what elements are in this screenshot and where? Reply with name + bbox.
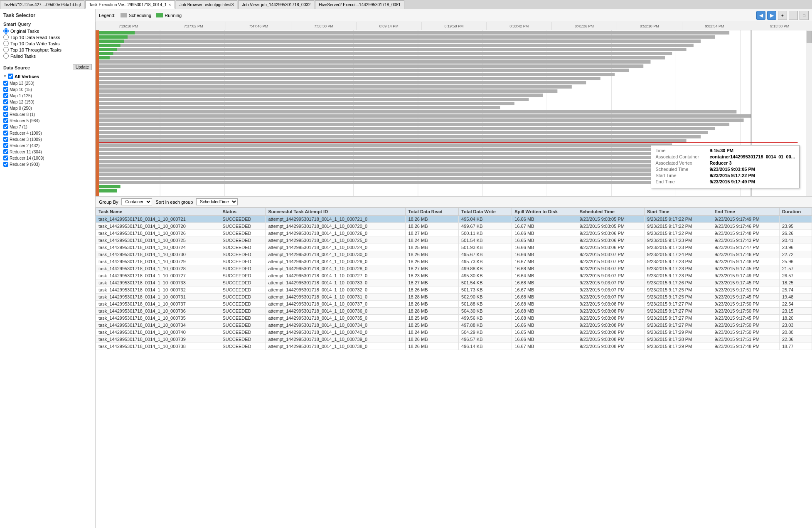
table-row[interactable]: task_1442995301718_0014_1_10_000735SUCCE… — [96, 315, 812, 322]
all-vertices-checkbox[interactable] — [8, 74, 13, 79]
col-duration[interactable]: Duration — [779, 208, 812, 216]
col-status[interactable]: Status — [220, 208, 266, 216]
radio-failed[interactable]: Failed Tasks — [3, 53, 92, 59]
scroll-left-button[interactable]: ◀ — [756, 11, 765, 20]
table-row[interactable]: task_1442995301718_0014_1_10_000732SUCCE… — [96, 286, 812, 294]
vertex-item-1: Map 10 (15) — [3, 86, 92, 92]
table-cell-4: 495.04 KB — [459, 216, 512, 223]
table-row[interactable]: task_1442995301718_0014_1_10_000726SUCCE… — [96, 230, 812, 237]
fit-button[interactable]: □ — [800, 11, 809, 20]
time-label-10: 9:13:38 PM — [747, 22, 812, 30]
col-start-time[interactable]: Start Time — [645, 208, 712, 216]
vertex-checkbox-10[interactable] — [3, 143, 8, 148]
zoom-in-button[interactable]: + — [778, 11, 787, 20]
vertex-checkbox-0[interactable] — [3, 81, 8, 86]
table-cell-4: 495.73 KB — [459, 258, 512, 265]
table-row[interactable]: task_1442995301718_0014_1_10_000740SUCCE… — [96, 329, 812, 336]
table-row[interactable]: task_1442995301718_0014_1_10_000728SUCCE… — [96, 265, 812, 272]
table-cell-4: 504.29 KB — [459, 329, 512, 336]
zoom-out-button[interactable]: - — [789, 11, 798, 20]
vertex-checkbox-7[interactable] — [3, 124, 8, 129]
table-row[interactable]: task_1442995301718_0014_1_10_000739SUCCE… — [96, 336, 812, 343]
table-row[interactable]: task_1442995301718_0014_1_10_000734SUCCE… — [96, 322, 812, 329]
vertex-checkbox-1[interactable] — [3, 87, 8, 92]
table-cell-3: 18.26 MB — [406, 216, 459, 223]
table-row[interactable]: task_1442995301718_0014_1_10_000720SUCCE… — [96, 223, 812, 230]
table-cell-1: SUCCEEDED — [220, 258, 266, 265]
table-cell-3: 18.27 MB — [406, 279, 459, 286]
table-cell-8: 9/23/2015 9:17:47 PM — [712, 244, 779, 251]
vertex-item-2: Map 1 (125) — [3, 93, 92, 99]
vertex-checkbox-2[interactable] — [3, 93, 8, 98]
tooltip-scheduled-value: 9/23/2015 9:03:05 PM — [709, 167, 755, 172]
radio-top10-read[interactable]: Top 10 Data Read Tasks — [3, 35, 92, 40]
legend-label: Legend: — [99, 13, 116, 18]
vertex-checkbox-6[interactable] — [3, 118, 8, 123]
group-by-select[interactable]: Container — [121, 198, 152, 205]
table-row[interactable]: task_1442995301718_0014_1_10_000738SUCCE… — [96, 343, 812, 350]
table-row[interactable]: task_1442995301718_0014_1_10_000731SUCCE… — [96, 294, 812, 301]
tab-tab3[interactable]: Job Browser: vstoolpgchtest3 — [176, 0, 238, 9]
table-cell-2: attempt_1442995301718_0014_1_10_000733_0 — [266, 279, 406, 286]
table-row[interactable]: task_1442995301718_0014_1_10_000727SUCCE… — [96, 272, 812, 279]
svg-rect-21 — [99, 73, 615, 76]
vertex-label-0: Map 13 (250) — [10, 81, 34, 86]
svg-rect-17 — [99, 56, 665, 59]
radio-top10-write[interactable]: Top 10 Data Write Tasks — [3, 41, 92, 46]
tab-tab4[interactable]: Job View: job_1442995301718_0032 — [238, 0, 314, 9]
radio-original-tasks[interactable]: Original Tasks — [3, 28, 92, 34]
table-row[interactable]: task_1442995301718_0014_1_10_000733SUCCE… — [96, 279, 812, 286]
vertex-checkbox-8[interactable] — [3, 131, 8, 136]
table-cell-8: 9/23/2015 9:17:51 PM — [712, 336, 779, 343]
col-end-time[interactable]: End Time — [712, 208, 779, 216]
svg-rect-39 — [99, 148, 658, 151]
table-row[interactable]: task_1442995301718_0014_1_10_000724SUCCE… — [96, 244, 812, 251]
scrollbar-thumb[interactable] — [807, 31, 812, 43]
svg-rect-52 — [99, 48, 117, 51]
vertex-checkbox-9[interactable] — [3, 137, 8, 142]
svg-rect-38 — [99, 143, 672, 147]
table-row[interactable]: task_1442995301718_0014_1_10_000725SUCCE… — [96, 237, 812, 244]
col-scheduled-time[interactable]: Scheduled Time — [577, 208, 644, 216]
vertex-checkbox-4[interactable] — [3, 106, 8, 111]
smart-query-label: Smart Query — [3, 22, 92, 27]
tab-tab5[interactable]: HiveServer2 Execut...1442995301718_0081 — [315, 0, 404, 9]
table-cell-9: 21.57 — [779, 265, 812, 272]
table-cell-6: 9/23/2015 9:03:06 PM — [577, 237, 644, 244]
svg-rect-24 — [99, 85, 572, 89]
tab-tab2[interactable]: Task Execution Vie...2995301718_0014_1× — [85, 0, 175, 9]
legend-scheduling: Scheduling — [121, 13, 151, 18]
vertex-checkbox-11[interactable] — [3, 149, 8, 154]
svg-rect-23 — [99, 81, 586, 84]
col-spill[interactable]: Spill Written to Disk — [512, 208, 577, 216]
table-cell-2: attempt_1442995301718_0014_1_10_000726_0 — [266, 230, 406, 237]
scroll-right-button[interactable]: ▶ — [767, 11, 776, 20]
vertex-checkbox-13[interactable] — [3, 162, 8, 167]
tab-close-tab2[interactable]: × — [168, 2, 171, 7]
data-source-label: Data Source — [3, 65, 30, 70]
col-data-read[interactable]: Total Data Read — [406, 208, 459, 216]
gantt-scrollbar[interactable] — [806, 30, 812, 197]
table-cell-5: 16.66 MB — [512, 251, 577, 258]
table-row[interactable]: task_1442995301718_0014_1_10_000721SUCCE… — [96, 216, 812, 223]
vertex-checkbox-3[interactable] — [3, 99, 8, 104]
svg-rect-20 — [99, 69, 629, 72]
table-cell-5: 16.68 MB — [512, 294, 577, 301]
radio-top10-throughput[interactable]: Top 10 Throughput Tasks — [3, 47, 92, 52]
col-data-write[interactable]: Total Data Write — [459, 208, 512, 216]
col-task-name[interactable]: Task Name — [96, 208, 220, 216]
table-row[interactable]: task_1442995301718_0014_1_10_000736SUCCE… — [96, 308, 812, 315]
table-row[interactable]: task_1442995301718_0014_1_10_000729SUCCE… — [96, 258, 812, 265]
vertex-checkbox-12[interactable] — [3, 155, 8, 160]
tab-tab1[interactable]: TezHd712-T2ce-427...-09d00e76da1d.hql — [0, 0, 84, 9]
table-row[interactable]: task_1442995301718_0014_1_10_000737SUCCE… — [96, 301, 812, 308]
table-cell-3: 18.26 MB — [406, 336, 459, 343]
sort-select[interactable]: ScheduledTime — [196, 198, 238, 205]
time-label-0: 7:26:18 PM — [96, 22, 161, 30]
sort-label: Sort in each group — [155, 200, 193, 205]
table-row[interactable]: task_1442995301718_0014_1_10_000730SUCCE… — [96, 251, 812, 258]
col-attempt-id[interactable]: Successful Task Attempt ID — [266, 208, 406, 216]
content-area: Legend: Scheduling Running ◀ ▶ + - □ — [96, 9, 812, 528]
update-button[interactable]: Update — [73, 64, 92, 70]
vertex-checkbox-5[interactable] — [3, 112, 8, 117]
